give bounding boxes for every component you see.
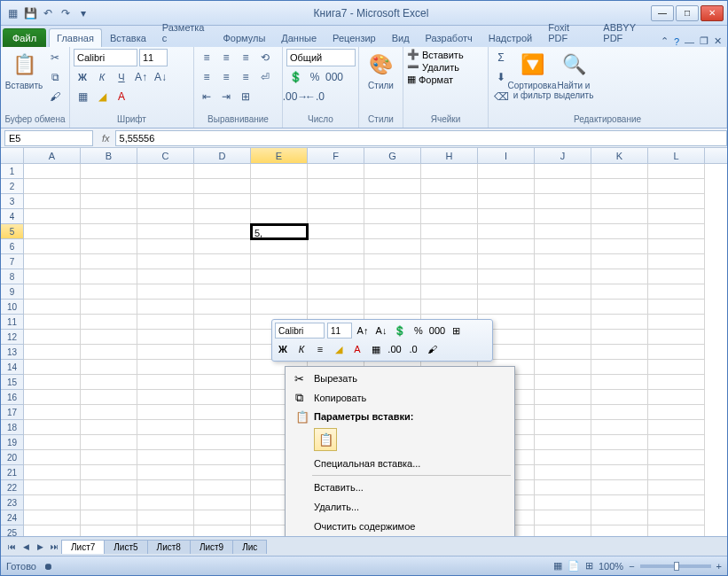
cell[interactable] (421, 164, 478, 179)
cell[interactable] (308, 209, 364, 224)
column-header[interactable]: D (194, 148, 251, 163)
percent-icon[interactable]: % (306, 68, 324, 86)
delete-cells-button[interactable]: ➖Удалить (407, 61, 459, 73)
mini-font-color-icon[interactable]: A (349, 341, 365, 357)
row-header[interactable]: 24 (1, 510, 23, 525)
cell[interactable] (535, 435, 591, 450)
mini-dec-decimal-icon[interactable]: .0 (405, 341, 421, 357)
row-header[interactable]: 21 (1, 465, 23, 480)
cell[interactable] (535, 375, 591, 390)
cell[interactable] (81, 330, 137, 345)
increase-indent-icon[interactable]: ⇥ (217, 88, 235, 105)
row-header[interactable]: 13 (1, 345, 23, 360)
qat-more-icon[interactable]: ▾ (75, 5, 91, 21)
cell[interactable] (194, 179, 251, 194)
cell[interactable] (81, 345, 137, 360)
cell[interactable] (137, 284, 194, 300)
cell[interactable] (364, 300, 421, 315)
cell[interactable] (24, 254, 81, 269)
doc-restore-icon[interactable]: ❐ (700, 35, 708, 47)
zoom-slider[interactable] (640, 564, 711, 568)
cell[interactable] (478, 194, 535, 209)
cell[interactable] (24, 224, 81, 239)
tab-foxit[interactable]: Foxit PDF (540, 18, 595, 47)
cell[interactable] (194, 495, 251, 510)
cell[interactable] (648, 239, 705, 254)
cell[interactable] (194, 315, 251, 330)
cell[interactable] (591, 254, 648, 269)
cell[interactable] (194, 480, 251, 495)
row-header[interactable]: 1 (1, 164, 23, 179)
cell[interactable] (137, 330, 194, 345)
cell[interactable] (81, 164, 137, 179)
cell[interactable] (535, 465, 591, 480)
cell[interactable] (137, 239, 194, 254)
cell[interactable] (24, 420, 81, 435)
cell[interactable] (535, 284, 591, 300)
mini-align-icon[interactable]: ≡ (312, 341, 328, 357)
cell[interactable] (648, 284, 705, 300)
cell[interactable] (308, 239, 364, 254)
cell[interactable] (24, 375, 81, 390)
row-header[interactable]: 3 (1, 194, 23, 209)
cell[interactable] (591, 345, 648, 360)
format-cells-button[interactable]: ▦Формат (407, 74, 453, 85)
cell[interactable] (81, 360, 137, 375)
cell[interactable] (194, 420, 251, 435)
row-header[interactable]: 4 (1, 209, 23, 224)
cell[interactable] (137, 390, 194, 405)
cell[interactable] (194, 390, 251, 405)
paste-default-button[interactable]: 📋 (314, 428, 337, 451)
cell[interactable] (137, 345, 194, 360)
cell[interactable] (535, 194, 591, 209)
sheet-nav-prev-icon[interactable]: ◀ (19, 540, 33, 554)
sheet-tab[interactable]: Лис (232, 540, 267, 554)
cell[interactable] (24, 480, 81, 495)
mini-border-icon[interactable]: ▦ (368, 341, 384, 357)
zoom-in-icon[interactable]: + (716, 561, 722, 572)
row-header[interactable]: 11 (1, 315, 23, 330)
tab-addins[interactable]: Надстрой (481, 28, 540, 47)
cell[interactable] (478, 284, 535, 300)
tab-data[interactable]: Данные (273, 28, 325, 47)
row-header[interactable]: 22 (1, 480, 23, 495)
align-bottom-icon[interactable]: ≡ (237, 49, 254, 66)
cell[interactable] (591, 300, 648, 315)
name-box[interactable]: E5 (4, 130, 93, 146)
cell[interactable] (535, 254, 591, 269)
cell[interactable] (648, 164, 705, 179)
cell[interactable] (24, 390, 81, 405)
cell[interactable] (535, 510, 591, 525)
currency-icon[interactable]: 💲 (286, 68, 304, 86)
cell[interactable] (81, 194, 137, 209)
cell[interactable] (81, 435, 137, 450)
cell[interactable] (81, 284, 137, 300)
cell[interactable] (535, 360, 591, 375)
cell[interactable] (591, 495, 648, 510)
tab-view[interactable]: Вид (384, 28, 418, 47)
cell[interactable] (194, 405, 251, 420)
cell[interactable] (648, 510, 705, 525)
cell[interactable] (648, 360, 705, 375)
cell[interactable] (591, 390, 648, 405)
mini-currency-icon[interactable]: 💲 (392, 323, 408, 339)
italic-icon[interactable]: К (93, 68, 111, 86)
cell[interactable] (251, 300, 308, 315)
sheet-tab[interactable]: Лист8 (147, 540, 191, 554)
cell[interactable] (251, 269, 308, 284)
paste-button[interactable]: 📋 Вставить (4, 49, 43, 92)
undo-icon[interactable]: ↶ (40, 5, 56, 21)
font-color-icon[interactable]: A (113, 88, 130, 105)
cell[interactable] (648, 315, 705, 330)
align-center-icon[interactable]: ≡ (217, 68, 235, 86)
cell[interactable] (251, 284, 308, 300)
cell[interactable] (251, 179, 308, 194)
cell[interactable] (81, 300, 137, 315)
cell[interactable] (421, 224, 478, 239)
view-pagebreak-icon[interactable]: ⊞ (585, 560, 593, 572)
cell[interactable] (137, 269, 194, 284)
tab-home[interactable]: Главная (49, 28, 102, 47)
cell[interactable] (308, 300, 364, 315)
cell[interactable] (648, 495, 705, 510)
cell[interactable] (535, 164, 591, 179)
